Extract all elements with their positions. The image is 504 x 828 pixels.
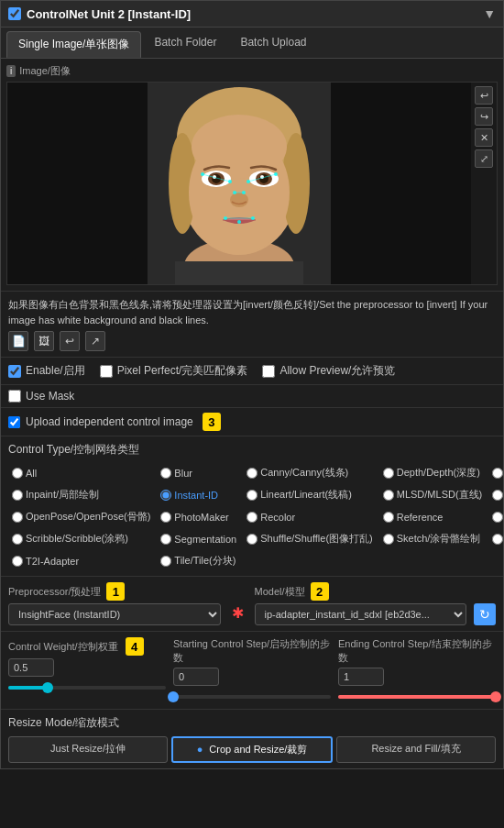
control-weight-input[interactable]: 0.5 — [8, 658, 54, 677]
svg-point-25 — [247, 180, 250, 183]
weight-thumb — [42, 682, 53, 693]
radio-ip-adapter[interactable]: IP-Adapter — [488, 463, 504, 482]
close-button[interactable]: ✕ — [475, 128, 493, 147]
pixel-perfect-label-text: Pixel Perfect/完美匹配像素 — [117, 363, 248, 379]
radio-recolor[interactable]: Recolor — [243, 507, 376, 526]
upload-independent-row: Upload independent control image 3 — [1, 407, 503, 436]
radio-revision[interactable]: Revision — [488, 507, 504, 526]
warning-btn-2[interactable]: 🖼 — [34, 331, 54, 351]
model-group: Model/模型 2 ip-adapter_instant_id_sdxl [e… — [255, 582, 467, 625]
tabs-row: Single Image/单张图像 Batch Folder Batch Upl… — [1, 28, 503, 59]
resize-fill[interactable]: Resize and Fill/填充 — [336, 736, 496, 763]
radio-segmentation[interactable]: Segmentation — [157, 529, 240, 548]
radio-photomaker[interactable]: PhotoMaker — [157, 507, 240, 526]
star-button[interactable]: ✱ — [228, 601, 247, 625]
use-mask-checkbox[interactable] — [8, 390, 21, 403]
allow-preview-label[interactable]: Allow Preview/允许预览 — [262, 363, 395, 379]
badge-3: 3 — [203, 413, 221, 431]
control-weight-slider-wrapper — [8, 681, 166, 694]
radio-all[interactable]: All — [8, 463, 154, 482]
svg-point-30 — [251, 216, 255, 220]
control-type-label: Control Type/控制网络类型 — [8, 442, 496, 458]
svg-point-16 — [259, 174, 268, 183]
tab-single-image[interactable]: Single Image/单张图像 — [6, 31, 141, 58]
starting-step-slider-wrapper — [173, 690, 331, 703]
upload-independent-text: Upload independent control image — [26, 415, 193, 428]
enable-label[interactable]: Enable/启用 — [8, 363, 85, 379]
image-label: i Image/图像 — [6, 64, 498, 78]
radio-blur[interactable]: Blur — [157, 463, 240, 482]
use-mask-text: Use Mask — [26, 390, 74, 403]
radio-canny[interactable]: Canny/Canny(线条) — [243, 463, 376, 482]
starting-step-group: Starting Control Step/启动控制的步数 0 — [173, 637, 331, 703]
badge-4: 4 — [126, 637, 144, 656]
use-mask-row: Use Mask — [1, 384, 503, 407]
panel-enable-checkbox[interactable] — [8, 7, 21, 20]
tab-batch-folder[interactable]: Batch Folder — [143, 31, 227, 58]
upload-independent-checkbox[interactable] — [8, 416, 20, 428]
expand-button[interactable]: ⤢ — [475, 149, 493, 168]
options-row: Enable/启用 Pixel Perfect/完美匹配像素 Allow Pre… — [1, 357, 503, 384]
redo-button[interactable]: ↪ — [475, 107, 493, 126]
warning-btn-1[interactable]: 📄 — [8, 331, 28, 351]
radio-reference[interactable]: Reference — [379, 507, 487, 526]
pixel-perfect-checkbox[interactable] — [100, 365, 113, 378]
preprocessor-label: Preprocessor/预处理 1 — [8, 582, 221, 601]
radio-lineart[interactable]: Lineart/Lineart(线稿) — [243, 485, 376, 504]
preprocessor-model-row: Preprocessor/预处理 1 InsightFace (InstantI… — [1, 576, 503, 631]
radio-scribble[interactable]: Scribble/Scribble(涂鸦) — [8, 529, 154, 548]
ending-step-label: Ending Control Step/结束控制的步数 — [338, 637, 496, 665]
svg-point-29 — [224, 216, 227, 220]
image-area[interactable] — [7, 83, 471, 284]
radio-instant-id[interactable]: Instant-ID — [157, 485, 240, 504]
preprocessor-select[interactable]: InsightFace (InstantID) — [8, 603, 221, 625]
panel-collapse-arrow[interactable]: ▼ — [483, 6, 496, 21]
end-thumb — [490, 691, 501, 702]
tab-batch-upload[interactable]: Batch Upload — [229, 31, 317, 58]
resize-crop[interactable]: ● Crop and Resize/裁剪 — [171, 736, 333, 763]
radio-openpose[interactable]: OpenPose/OpenPose(骨骼) — [8, 507, 154, 526]
warning-section: 如果图像有白色背景和黑色线条,请将预处理器设置为[invert/颜色反转]/Se… — [1, 291, 503, 357]
start-thumb — [168, 691, 179, 702]
radio-depth[interactable]: Depth/Depth(深度) — [379, 463, 487, 482]
warning-btn-3[interactable]: ↩ — [60, 331, 80, 351]
refresh-button[interactable]: ↻ — [474, 603, 496, 625]
pixel-perfect-label[interactable]: Pixel Perfect/完美匹配像素 — [100, 363, 248, 379]
radio-mlsd[interactable]: MLSD/MLSD(直线) — [379, 485, 487, 504]
face-image — [148, 83, 331, 284]
image-container[interactable]: ↩ ↪ ✕ ⤢ — [6, 82, 498, 285]
control-type-grid: All Blur Canny/Canny(线条) Depth/Depth(深度)… — [8, 463, 496, 570]
panel-title: ControlNet Unit 2 [Instant-ID] — [27, 7, 483, 21]
warning-text: 如果图像有白色背景和黑色线条,请将预处理器设置为[invert/颜色反转]/Se… — [8, 299, 488, 326]
ending-step-input[interactable]: 1 — [338, 668, 384, 686]
svg-rect-2 — [175, 261, 303, 284]
svg-point-24 — [228, 180, 232, 183]
radio-shuffle[interactable]: Shuffle/Shuffle(图像打乱) — [243, 529, 376, 548]
badge-1: 1 — [106, 582, 125, 601]
svg-point-31 — [237, 220, 241, 224]
model-select[interactable]: ip-adapter_instant_id_sdxl [eb2d3e... — [255, 603, 467, 625]
radio-sketch[interactable]: Sketch/涂骨骼绘制 — [379, 529, 487, 548]
allow-preview-checkbox[interactable] — [262, 365, 275, 378]
starting-step-input[interactable]: 0 — [173, 668, 219, 686]
radio-normalmap[interactable]: NormalMap — [488, 485, 504, 504]
ending-step-slider-wrapper — [338, 690, 496, 703]
controls-row: Control Weight/控制权重 4 0.5 Starting Contr… — [1, 631, 503, 709]
model-label: Model/模型 2 — [255, 582, 467, 601]
undo-button[interactable]: ↩ — [475, 86, 493, 105]
svg-point-23 — [201, 172, 204, 176]
svg-point-26 — [274, 172, 278, 176]
resize-crop-dot: ● — [197, 744, 203, 755]
warning-btn-4[interactable]: ↗ — [85, 331, 105, 351]
radio-tile[interactable]: Tile/Tile(分块) — [157, 551, 240, 570]
resize-label: Resize Mode/缩放模式 — [8, 715, 496, 731]
svg-point-18 — [230, 193, 248, 207]
resize-just[interactable]: Just Resize/拉伸 — [8, 736, 168, 763]
use-mask-label[interactable]: Use Mask — [8, 390, 496, 403]
enable-checkbox[interactable] — [8, 365, 21, 378]
radio-t2i[interactable]: T2I-Adapter — [8, 551, 154, 570]
enable-label-text: Enable/启用 — [26, 363, 85, 379]
radio-softedge[interactable]: SoftEdge/SoftEdge(模糊边缘) — [488, 529, 504, 548]
radio-inpaint[interactable]: Inpaint/局部绘制 — [8, 485, 154, 504]
allow-preview-label-text: Allow Preview/允许预览 — [279, 363, 395, 379]
